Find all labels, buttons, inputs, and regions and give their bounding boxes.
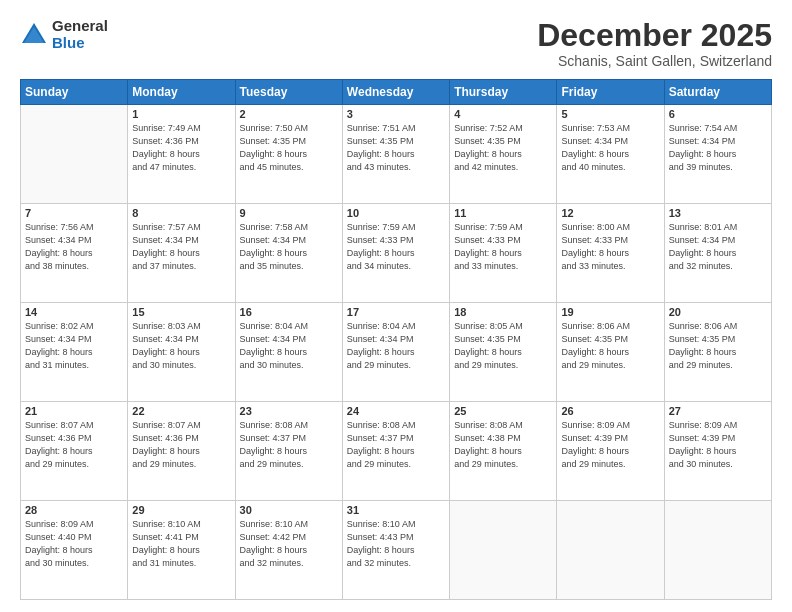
week-row-5: 28Sunrise: 8:09 AM Sunset: 4:40 PM Dayli… bbox=[21, 501, 772, 600]
day-number: 28 bbox=[25, 504, 123, 516]
day-number: 16 bbox=[240, 306, 338, 318]
day-info: Sunrise: 8:04 AM Sunset: 4:34 PM Dayligh… bbox=[347, 320, 445, 372]
day-number: 18 bbox=[454, 306, 552, 318]
day-number: 9 bbox=[240, 207, 338, 219]
day-number: 23 bbox=[240, 405, 338, 417]
sub-title: Schanis, Saint Gallen, Switzerland bbox=[537, 53, 772, 69]
table-cell: 28Sunrise: 8:09 AM Sunset: 4:40 PM Dayli… bbox=[21, 501, 128, 600]
col-sunday: Sunday bbox=[21, 80, 128, 105]
table-cell: 3Sunrise: 7:51 AM Sunset: 4:35 PM Daylig… bbox=[342, 105, 449, 204]
table-cell: 31Sunrise: 8:10 AM Sunset: 4:43 PM Dayli… bbox=[342, 501, 449, 600]
col-friday: Friday bbox=[557, 80, 664, 105]
day-number: 27 bbox=[669, 405, 767, 417]
day-info: Sunrise: 7:59 AM Sunset: 4:33 PM Dayligh… bbox=[347, 221, 445, 273]
col-tuesday: Tuesday bbox=[235, 80, 342, 105]
week-row-1: 1Sunrise: 7:49 AM Sunset: 4:36 PM Daylig… bbox=[21, 105, 772, 204]
table-cell: 24Sunrise: 8:08 AM Sunset: 4:37 PM Dayli… bbox=[342, 402, 449, 501]
table-cell bbox=[557, 501, 664, 600]
table-cell: 18Sunrise: 8:05 AM Sunset: 4:35 PM Dayli… bbox=[450, 303, 557, 402]
logo-icon bbox=[20, 21, 48, 49]
day-info: Sunrise: 8:10 AM Sunset: 4:41 PM Dayligh… bbox=[132, 518, 230, 570]
table-cell: 22Sunrise: 8:07 AM Sunset: 4:36 PM Dayli… bbox=[128, 402, 235, 501]
day-number: 15 bbox=[132, 306, 230, 318]
day-info: Sunrise: 8:06 AM Sunset: 4:35 PM Dayligh… bbox=[669, 320, 767, 372]
day-number: 20 bbox=[669, 306, 767, 318]
table-cell: 5Sunrise: 7:53 AM Sunset: 4:34 PM Daylig… bbox=[557, 105, 664, 204]
day-info: Sunrise: 7:59 AM Sunset: 4:33 PM Dayligh… bbox=[454, 221, 552, 273]
table-cell: 17Sunrise: 8:04 AM Sunset: 4:34 PM Dayli… bbox=[342, 303, 449, 402]
day-number: 30 bbox=[240, 504, 338, 516]
day-info: Sunrise: 7:56 AM Sunset: 4:34 PM Dayligh… bbox=[25, 221, 123, 273]
table-cell: 26Sunrise: 8:09 AM Sunset: 4:39 PM Dayli… bbox=[557, 402, 664, 501]
header: General Blue December 2025 Schanis, Sain… bbox=[20, 18, 772, 69]
table-cell bbox=[21, 105, 128, 204]
table-cell: 10Sunrise: 7:59 AM Sunset: 4:33 PM Dayli… bbox=[342, 204, 449, 303]
table-cell bbox=[450, 501, 557, 600]
table-cell bbox=[664, 501, 771, 600]
day-number: 4 bbox=[454, 108, 552, 120]
page: General Blue December 2025 Schanis, Sain… bbox=[0, 0, 792, 612]
day-info: Sunrise: 7:51 AM Sunset: 4:35 PM Dayligh… bbox=[347, 122, 445, 174]
table-cell: 4Sunrise: 7:52 AM Sunset: 4:35 PM Daylig… bbox=[450, 105, 557, 204]
day-number: 26 bbox=[561, 405, 659, 417]
calendar: Sunday Monday Tuesday Wednesday Thursday… bbox=[20, 79, 772, 600]
table-cell: 7Sunrise: 7:56 AM Sunset: 4:34 PM Daylig… bbox=[21, 204, 128, 303]
day-number: 19 bbox=[561, 306, 659, 318]
table-cell: 19Sunrise: 8:06 AM Sunset: 4:35 PM Dayli… bbox=[557, 303, 664, 402]
day-info: Sunrise: 8:00 AM Sunset: 4:33 PM Dayligh… bbox=[561, 221, 659, 273]
table-cell: 8Sunrise: 7:57 AM Sunset: 4:34 PM Daylig… bbox=[128, 204, 235, 303]
table-cell: 15Sunrise: 8:03 AM Sunset: 4:34 PM Dayli… bbox=[128, 303, 235, 402]
table-cell: 21Sunrise: 8:07 AM Sunset: 4:36 PM Dayli… bbox=[21, 402, 128, 501]
table-cell: 29Sunrise: 8:10 AM Sunset: 4:41 PM Dayli… bbox=[128, 501, 235, 600]
day-info: Sunrise: 8:04 AM Sunset: 4:34 PM Dayligh… bbox=[240, 320, 338, 372]
day-info: Sunrise: 7:50 AM Sunset: 4:35 PM Dayligh… bbox=[240, 122, 338, 174]
day-info: Sunrise: 7:52 AM Sunset: 4:35 PM Dayligh… bbox=[454, 122, 552, 174]
day-info: Sunrise: 8:09 AM Sunset: 4:39 PM Dayligh… bbox=[669, 419, 767, 471]
table-cell: 12Sunrise: 8:00 AM Sunset: 4:33 PM Dayli… bbox=[557, 204, 664, 303]
day-number: 29 bbox=[132, 504, 230, 516]
week-row-4: 21Sunrise: 8:07 AM Sunset: 4:36 PM Dayli… bbox=[21, 402, 772, 501]
table-cell: 25Sunrise: 8:08 AM Sunset: 4:38 PM Dayli… bbox=[450, 402, 557, 501]
main-title: December 2025 bbox=[537, 18, 772, 53]
day-info: Sunrise: 8:08 AM Sunset: 4:38 PM Dayligh… bbox=[454, 419, 552, 471]
title-block: December 2025 Schanis, Saint Gallen, Swi… bbox=[537, 18, 772, 69]
week-row-2: 7Sunrise: 7:56 AM Sunset: 4:34 PM Daylig… bbox=[21, 204, 772, 303]
table-cell: 20Sunrise: 8:06 AM Sunset: 4:35 PM Dayli… bbox=[664, 303, 771, 402]
day-number: 5 bbox=[561, 108, 659, 120]
day-number: 21 bbox=[25, 405, 123, 417]
col-wednesday: Wednesday bbox=[342, 80, 449, 105]
table-cell: 30Sunrise: 8:10 AM Sunset: 4:42 PM Dayli… bbox=[235, 501, 342, 600]
day-info: Sunrise: 8:07 AM Sunset: 4:36 PM Dayligh… bbox=[132, 419, 230, 471]
day-info: Sunrise: 8:06 AM Sunset: 4:35 PM Dayligh… bbox=[561, 320, 659, 372]
day-info: Sunrise: 8:05 AM Sunset: 4:35 PM Dayligh… bbox=[454, 320, 552, 372]
logo: General Blue bbox=[20, 18, 108, 51]
day-info: Sunrise: 7:58 AM Sunset: 4:34 PM Dayligh… bbox=[240, 221, 338, 273]
day-number: 6 bbox=[669, 108, 767, 120]
day-number: 8 bbox=[132, 207, 230, 219]
day-number: 22 bbox=[132, 405, 230, 417]
day-info: Sunrise: 8:08 AM Sunset: 4:37 PM Dayligh… bbox=[240, 419, 338, 471]
table-cell: 1Sunrise: 7:49 AM Sunset: 4:36 PM Daylig… bbox=[128, 105, 235, 204]
header-row: Sunday Monday Tuesday Wednesday Thursday… bbox=[21, 80, 772, 105]
day-info: Sunrise: 8:03 AM Sunset: 4:34 PM Dayligh… bbox=[132, 320, 230, 372]
logo-general: General bbox=[52, 18, 108, 35]
day-number: 25 bbox=[454, 405, 552, 417]
table-cell: 23Sunrise: 8:08 AM Sunset: 4:37 PM Dayli… bbox=[235, 402, 342, 501]
table-cell: 27Sunrise: 8:09 AM Sunset: 4:39 PM Dayli… bbox=[664, 402, 771, 501]
day-number: 10 bbox=[347, 207, 445, 219]
day-info: Sunrise: 8:02 AM Sunset: 4:34 PM Dayligh… bbox=[25, 320, 123, 372]
day-number: 2 bbox=[240, 108, 338, 120]
table-cell: 14Sunrise: 8:02 AM Sunset: 4:34 PM Dayli… bbox=[21, 303, 128, 402]
day-info: Sunrise: 8:01 AM Sunset: 4:34 PM Dayligh… bbox=[669, 221, 767, 273]
day-info: Sunrise: 8:09 AM Sunset: 4:39 PM Dayligh… bbox=[561, 419, 659, 471]
col-monday: Monday bbox=[128, 80, 235, 105]
day-number: 13 bbox=[669, 207, 767, 219]
day-number: 1 bbox=[132, 108, 230, 120]
day-number: 7 bbox=[25, 207, 123, 219]
day-number: 31 bbox=[347, 504, 445, 516]
table-cell: 13Sunrise: 8:01 AM Sunset: 4:34 PM Dayli… bbox=[664, 204, 771, 303]
day-info: Sunrise: 8:07 AM Sunset: 4:36 PM Dayligh… bbox=[25, 419, 123, 471]
day-info: Sunrise: 7:53 AM Sunset: 4:34 PM Dayligh… bbox=[561, 122, 659, 174]
col-saturday: Saturday bbox=[664, 80, 771, 105]
table-cell: 16Sunrise: 8:04 AM Sunset: 4:34 PM Dayli… bbox=[235, 303, 342, 402]
